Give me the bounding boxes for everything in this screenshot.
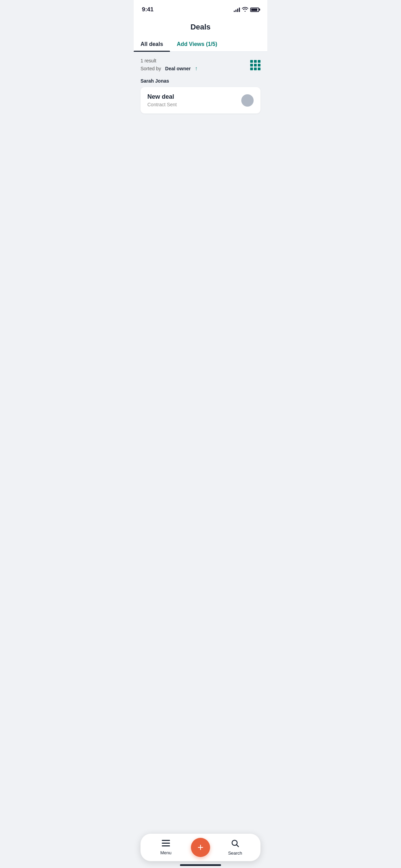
page-title: Deals [141,23,260,37]
sort-field: Deal owner [165,65,191,72]
grid-view-button[interactable] [250,60,260,70]
status-icons [234,7,259,13]
status-time: 9:41 [142,6,154,13]
deal-group: Sarah Jonas New deal Contract Sent [141,78,260,113]
deal-status: Contract Sent [147,102,177,107]
tab-add-views[interactable]: Add Views (1/5) [170,37,224,51]
signal-icon [234,7,240,12]
page-header: Deals [134,17,267,37]
status-bar: 9:41 [134,0,267,17]
sort-row: 1 result Sorted by Deal owner ↑ [141,57,260,73]
deal-card[interactable]: New deal Contract Sent [141,87,260,113]
tab-all-deals[interactable]: All deals [134,37,170,51]
sort-direction-icon: ↑ [195,64,197,73]
wifi-icon [242,7,248,13]
battery-icon [250,8,259,12]
tabs-bar: All deals Add Views (1/5) [134,37,267,52]
content-area: 1 result Sorted by Deal owner ↑ Sarah Jo… [134,52,267,257]
group-owner-label: Sarah Jonas [141,78,260,84]
result-info: 1 result Sorted by Deal owner ↑ [141,57,197,73]
result-count: 1 result [141,57,197,64]
deal-info: New deal Contract Sent [147,93,177,107]
sort-label: Sorted by Deal owner ↑ [141,64,197,73]
deal-avatar [241,94,254,107]
deal-name: New deal [147,93,177,100]
